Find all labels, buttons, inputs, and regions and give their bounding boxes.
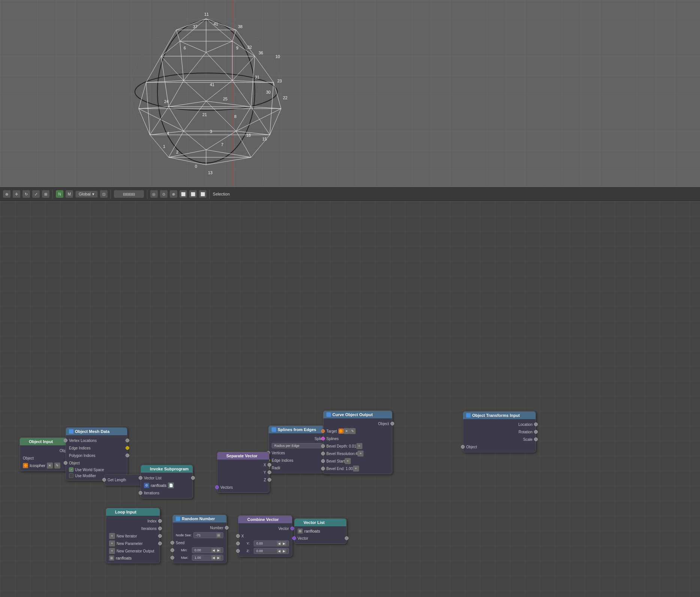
bevel-depth-btn[interactable]: + [356,443,362,449]
loop-index-socket[interactable] [158,519,162,523]
curve-splines-socket[interactable] [321,437,325,440]
cv-z-row: Z: 0.00 ◀ ▶ [238,547,292,555]
object-mesh-data-icon [69,429,73,434]
svg-line-57 [206,131,236,150]
cv-z-socket[interactable] [236,549,240,553]
new-iterator-socket[interactable] [158,534,162,538]
rotation-socket[interactable] [534,430,538,434]
max-step-down[interactable]: ◀ [211,555,216,560]
cv-y-socket[interactable] [236,542,240,545]
splines-from-edges-header: Splines from Edges [269,426,330,433]
min-field[interactable]: 0.00 ◀ ▶ [192,547,223,553]
node-seed-field[interactable]: -71 ⊟ [193,532,223,538]
svg-text:24: 24 [164,99,169,104]
texture-icon[interactable]: ⬜ [199,190,206,198]
radius-dropdown[interactable]: Radius per Edge ▾ [272,443,327,448]
target-edit-btn[interactable]: ✎ [350,428,356,434]
cv-z-up[interactable]: ▶ [282,549,286,553]
polygon-indices-label: Polygon Indices [69,454,96,458]
ranfloats-icon: ⚙ [144,483,149,488]
transform-tool-icon[interactable]: ⊞ [42,190,49,198]
rotate-tool-icon[interactable]: ↻ [22,190,30,198]
new-parameter-add-btn[interactable]: + [109,540,115,546]
scale-tool-icon[interactable]: ⤢ [32,190,40,198]
curve-splines-row: Splines [323,435,392,442]
node-seed-step[interactable]: ⊟ [216,533,221,537]
cv-y-down[interactable]: ◀ [277,541,281,546]
min-step-up[interactable]: ▶ [216,548,221,552]
use-world-space-checkbox[interactable]: ✓ [69,467,73,472]
new-parameter-socket[interactable] [158,542,162,545]
cv-y-field[interactable]: 0.00 ◀ ▶ [254,540,289,546]
vl-vector-socket[interactable] [292,536,296,540]
seed-socket[interactable] [171,541,174,545]
new-iterator-add-btn[interactable]: + [109,533,115,539]
cv-z-field[interactable]: 0.00 ◀ ▶ [254,548,289,554]
sep-x-socket[interactable] [268,463,271,467]
seed-row: Seed [173,539,226,546]
iterations-input-socket[interactable] [139,491,142,495]
render-icon[interactable]: ⬜ [179,190,187,198]
polygon-output-socket[interactable] [126,454,129,457]
vector-list-input-socket[interactable] [139,476,142,480]
sep-y-socket[interactable] [268,470,271,474]
get-length-input-socket[interactable] [102,478,106,482]
overlay-icon[interactable]: ⊙ [160,190,168,198]
cv-z-down[interactable]: ◀ [277,549,281,553]
curve-object-socket[interactable] [390,422,394,425]
mirror-icon[interactable]: M [66,190,73,198]
use-modifier-label: Use Modifier [75,474,96,478]
separator-2 [111,190,111,199]
bevel-end-socket[interactable] [321,467,325,470]
loop-iterations-socket[interactable] [158,527,162,530]
cv-x-socket[interactable] [236,534,240,538]
vl-vector-out-socket[interactable] [345,536,349,540]
max-socket[interactable] [171,556,174,560]
object-input-row: Object [66,459,127,467]
ranfloats-file-btn[interactable]: 📄 [168,482,174,488]
svg-text:32: 32 [247,45,252,49]
min-step-down[interactable]: ◀ [211,548,216,552]
target-x-btn[interactable]: ✕ [344,428,350,434]
snap-icon[interactable]: ⊟⊟⊟⊟ [114,190,144,198]
material-icon[interactable]: ⬜ [189,190,197,198]
transform-space-dropdown[interactable]: Global ▾ [75,191,98,198]
icospher-edit-btn[interactable]: ✎ [54,463,60,469]
bevel-end-btn[interactable]: + [353,466,359,472]
location-socket[interactable] [534,422,538,426]
viewport-shading-icon[interactable]: ◎ [150,190,158,198]
svg-line-49 [236,131,270,135]
rn-number-socket[interactable] [225,526,229,530]
move-tool-icon[interactable]: ✛ [13,190,20,198]
max-field[interactable]: 1.00 ◀ ▶ [192,555,223,561]
target-socket[interactable] [321,429,325,433]
vector-list-output-socket[interactable] [191,476,195,480]
curve-object-output-node: Curve Object Output Object Target 🔶 ✕ ✎ … [323,410,392,474]
cv-vector-socket[interactable] [290,527,294,530]
vertex-input-socket[interactable] [64,439,67,442]
gizmo-icon[interactable]: ⊕ [170,190,177,198]
edge-output-socket[interactable] [126,446,129,450]
bevel-start-socket[interactable] [321,459,325,463]
min-socket[interactable] [171,548,174,552]
bevel-res-btn[interactable]: + [357,451,363,457]
bevel-res-socket[interactable] [321,452,325,455]
new-generator-add-btn[interactable]: + [109,548,115,554]
sep-z-socket[interactable] [268,478,271,482]
vertex-output-socket[interactable] [126,439,129,442]
bevel-depth-socket[interactable] [321,444,325,448]
3d-viewport[interactable]: 11 37 41 38 32 36 10 6 9 23 22 31 30 41 … [0,0,700,187]
orientation-icon[interactable]: N [56,190,63,198]
sep-vectors-socket[interactable] [215,485,219,489]
use-modifier-checkbox[interactable] [69,473,73,478]
cursor-tool-icon[interactable]: ⊕ [3,190,10,198]
node-editor[interactable]: Object Input Object Object 🔶 Icospher ✕ … [0,201,700,597]
bevel-start-btn[interactable]: + [345,458,351,464]
object-input-socket[interactable] [64,461,67,465]
cv-y-up[interactable]: ▶ [282,541,286,546]
increment-icon[interactable]: ⊡ [100,190,108,198]
scale-socket[interactable] [534,437,538,441]
icospher-x-btn[interactable]: ✕ [47,463,53,469]
max-step-up[interactable]: ▶ [216,555,221,560]
transforms-object-socket[interactable] [461,445,465,449]
